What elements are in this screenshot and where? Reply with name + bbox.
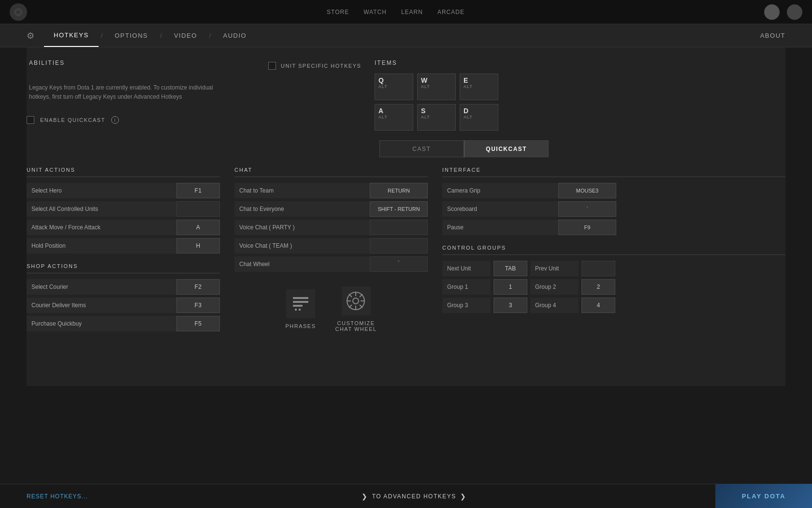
- quickcast-label: ENABLE QUICKCAST: [40, 117, 105, 123]
- chat-team-key[interactable]: RETURN: [370, 183, 428, 198]
- hotkey-row-hold: Hold Position H: [27, 238, 220, 254]
- select-hero-key[interactable]: F1: [176, 183, 220, 198]
- cg-row-group12: Group 1 1 Group 2 2: [442, 279, 785, 295]
- tab-video[interactable]: VIDEO: [164, 24, 207, 47]
- unit-specific-row: UNIT SPECIFIC HOTKEYS: [268, 62, 365, 70]
- item-key-w[interactable]: W ALT: [417, 74, 456, 100]
- svg-rect-2: [293, 305, 303, 307]
- main-content: ABILITIES Legacy Keys from Dota 1 are cu…: [27, 47, 785, 386]
- cast-row: CAST QUICKCAST: [379, 140, 549, 157]
- scoreboard-key[interactable]: `: [558, 201, 616, 217]
- item-key-e-letter: E: [464, 76, 468, 84]
- separator-3: /: [207, 32, 214, 39]
- control-groups-header: CONTROL GROUPS: [442, 245, 785, 255]
- interface-row-scoreboard: Scoreboard `: [442, 201, 785, 217]
- select-all-key[interactable]: [176, 201, 220, 217]
- camera-grip-key[interactable]: MOUSE3: [558, 183, 616, 198]
- chat-wheel-key[interactable]: `: [370, 256, 428, 272]
- advanced-hotkeys-button[interactable]: ❯ TO ADVANCED HOTKEYS ❯: [362, 493, 466, 500]
- quickcast-checkbox[interactable]: [27, 116, 34, 124]
- chat-wheel-label: Chat Wheel: [234, 256, 370, 272]
- legacy-message: Legacy Keys from Dota 1 are currently en…: [27, 76, 259, 109]
- cg-row-next-prev: Next Unit TAB Prev Unit: [442, 261, 785, 276]
- hotkey-row-select-all: Select All Controlled Units: [27, 201, 220, 217]
- nav-watch[interactable]: WATCH: [363, 9, 387, 15]
- deliver-key[interactable]: F3: [176, 298, 220, 313]
- customize-chatwheel-item[interactable]: CUSTOMIZECHAT WHEEL: [335, 286, 377, 332]
- dota-logo[interactable]: ⬡: [10, 3, 27, 21]
- interface-header: INTERFACE: [442, 167, 785, 177]
- item-key-a-alt: ALT: [378, 115, 388, 120]
- unit-specific-checkbox[interactable]: [268, 62, 276, 70]
- items-section: ITEMS Q ALT W ALT E ALT A ALT: [375, 60, 549, 157]
- item-key-a[interactable]: A ALT: [375, 104, 413, 131]
- unit-actions-header: UNIT ACTIONS: [27, 167, 220, 177]
- chat-row-voice-party: Voice Chat ( PARTY ): [234, 220, 428, 235]
- unit-specific-section: UNIT SPECIFIC HOTKEYS: [268, 60, 365, 157]
- phrases-item[interactable]: PHRASES: [285, 289, 316, 329]
- avatar2[interactable]: [787, 4, 802, 20]
- legacy-line2: hotkeys, first turn off Legacy Keys unde…: [29, 92, 256, 102]
- group3-key[interactable]: 3: [493, 298, 527, 313]
- courier-key[interactable]: F2: [176, 279, 220, 295]
- cast-button[interactable]: CAST: [379, 140, 464, 157]
- voice-team-label: Voice Chat ( TEAM ): [234, 238, 370, 254]
- svg-rect-0: [293, 297, 308, 299]
- quickcast-button[interactable]: QUICKCAST: [464, 140, 549, 157]
- svg-point-6: [353, 298, 359, 304]
- nav-store[interactable]: STORE: [327, 9, 349, 15]
- chat-everyone-key[interactable]: SHIFT - RETURN: [370, 201, 428, 217]
- quickbuy-key[interactable]: F5: [176, 316, 220, 331]
- group1-key[interactable]: 1: [493, 279, 527, 295]
- hotkey-row-courier: Select Courier F2: [27, 279, 220, 295]
- attack-label: Attack Move / Force Attack: [27, 220, 176, 235]
- item-key-q-alt: ALT: [378, 84, 388, 89]
- pause-label: Pause: [442, 220, 558, 235]
- nav-arcade[interactable]: ARCADE: [437, 9, 464, 15]
- group4-key[interactable]: 4: [581, 298, 615, 313]
- tab-options[interactable]: OPTIONS: [105, 24, 158, 47]
- info-icon[interactable]: i: [111, 116, 119, 124]
- top-nav-bar: ⬡ STORE WATCH LEARN ARCADE: [0, 0, 812, 24]
- scoreboard-label: Scoreboard: [442, 201, 558, 217]
- item-key-s[interactable]: S ALT: [417, 104, 456, 131]
- separator-1: /: [99, 32, 105, 39]
- hotkey-row-select-hero: Select Hero F1: [27, 183, 220, 198]
- item-key-q[interactable]: Q ALT: [375, 74, 413, 100]
- avatar[interactable]: [764, 4, 780, 20]
- reset-hotkeys-button[interactable]: RESET HOTKEYS...: [27, 493, 87, 500]
- play-dota-button[interactable]: PLAY DOTA: [715, 484, 812, 508]
- customize-chatwheel-label: CUSTOMIZECHAT WHEEL: [335, 320, 377, 332]
- attack-key[interactable]: A: [176, 220, 220, 235]
- chat-row-wheel: Chat Wheel `: [234, 256, 428, 272]
- item-key-s-alt: ALT: [421, 115, 430, 120]
- prev-unit-key[interactable]: [581, 261, 615, 276]
- item-key-s-letter: S: [421, 107, 425, 115]
- nav-learn[interactable]: LEARN: [401, 9, 423, 15]
- cg-row-group34: Group 3 3 Group 4 4: [442, 298, 785, 313]
- voice-team-key[interactable]: [370, 238, 428, 254]
- chat-row-everyone: Chat to Everyone SHIFT - RETURN: [234, 201, 428, 217]
- item-key-e[interactable]: E ALT: [460, 74, 498, 100]
- group2-label: Group 2: [530, 279, 579, 295]
- phrases-label: PHRASES: [285, 323, 316, 329]
- svg-rect-3: [295, 309, 297, 311]
- tab-hotkeys[interactable]: HOTKEYS: [44, 24, 99, 47]
- group3-label: Group 3: [442, 298, 491, 313]
- top-bar-right: [764, 4, 802, 20]
- quickbuy-label: Purchase Quickbuy: [27, 316, 176, 331]
- about-link[interactable]: ABOUT: [760, 32, 785, 39]
- pause-key[interactable]: F9: [558, 220, 616, 235]
- group2-key[interactable]: 2: [581, 279, 615, 295]
- voice-party-key[interactable]: [370, 220, 428, 235]
- item-key-d-alt: ALT: [464, 115, 473, 120]
- item-key-d[interactable]: D ALT: [460, 104, 498, 131]
- next-unit-key[interactable]: TAB: [493, 261, 527, 276]
- hold-key[interactable]: H: [176, 238, 220, 254]
- chat-col: CHAT Chat to Team RETURN Chat to Everyon…: [234, 167, 428, 334]
- item-key-a-letter: A: [378, 107, 383, 115]
- hold-label: Hold Position: [27, 238, 176, 254]
- camera-grip-label: Camera Grip: [442, 183, 558, 198]
- chat-row-voice-team: Voice Chat ( TEAM ): [234, 238, 428, 254]
- tab-audio[interactable]: AUDIO: [213, 24, 256, 47]
